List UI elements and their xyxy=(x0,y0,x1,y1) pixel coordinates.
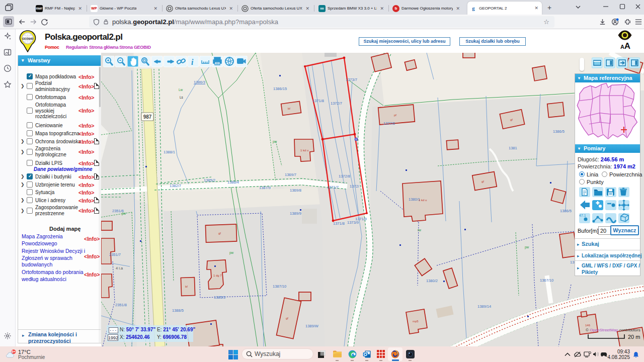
svg-text:47.1: 47.1 xyxy=(579,214,586,217)
svg-text:1389/14: 1389/14 xyxy=(477,304,491,309)
svg-text:gf: gf xyxy=(481,180,484,183)
svg-text:mp5: mp5 xyxy=(413,320,419,323)
svg-text:1380/2: 1380/2 xyxy=(426,279,438,283)
svg-text:bf: bf xyxy=(288,107,290,110)
svg-text:1 kd u: 1 kd u xyxy=(300,149,308,152)
svg-text:1386/5: 1386/5 xyxy=(560,209,572,213)
svg-text:gf: gf xyxy=(286,317,288,320)
svg-text:1382/7: 1382/7 xyxy=(170,184,181,188)
svg-text:1381: 1381 xyxy=(509,146,517,150)
svg-text:1389/9: 1389/9 xyxy=(290,211,301,216)
svg-text:1371/9: 1371/9 xyxy=(355,217,367,221)
svg-text:1371/8: 1371/8 xyxy=(312,99,324,103)
svg-text:gf: gf xyxy=(510,118,513,121)
svg-text:1388/1: 1388/1 xyxy=(164,150,175,154)
svg-text:1373/7: 1373/7 xyxy=(346,77,357,82)
svg-text:bf: bf xyxy=(185,285,188,288)
svg-text:Ls: Ls xyxy=(180,96,184,99)
svg-text:1387/9: 1387/9 xyxy=(259,186,271,190)
svg-text:1388/5: 1388/5 xyxy=(172,308,184,313)
svg-text:146: 146 xyxy=(585,324,591,327)
svg-text:1389/W: 1389/W xyxy=(305,324,319,328)
svg-text:1 kd u: 1 kd u xyxy=(419,199,427,202)
svg-text:1372/7: 1372/7 xyxy=(331,101,342,106)
svg-text:1 dg 7: 1 dg 7 xyxy=(213,274,222,277)
svg-text:1385/3: 1385/3 xyxy=(214,295,225,300)
svg-text:2351/7: 2351/7 xyxy=(109,252,121,257)
svg-text:Lw: Lw xyxy=(179,88,183,92)
svg-text:1386/15: 1386/15 xyxy=(273,86,287,91)
svg-text:1386/4: 1386/4 xyxy=(227,180,239,185)
svg-text:gf: gf xyxy=(218,232,221,235)
svg-text:2351/8: 2351/8 xyxy=(115,303,127,307)
svg-text:1386/3: 1386/3 xyxy=(194,80,205,84)
svg-text:1372/8: 1372/8 xyxy=(339,174,350,178)
svg-text:1369/8: 1369/8 xyxy=(290,188,301,193)
svg-text:1371/8: 1371/8 xyxy=(333,221,345,226)
svg-text:1387/10: 1387/10 xyxy=(273,284,286,289)
svg-text:1386/5: 1386/5 xyxy=(553,129,565,134)
svg-text:1369/7: 1369/7 xyxy=(285,172,296,177)
svg-text:pw: pw xyxy=(273,140,277,144)
svg-text:GEOBID: GEOBID xyxy=(22,37,33,40)
svg-text:1371/7: 1371/7 xyxy=(327,185,339,190)
svg-text:rw: rw xyxy=(418,228,421,232)
svg-text:4 i.a: 4 i.a xyxy=(116,266,123,270)
svg-text:i: i xyxy=(191,58,194,66)
svg-text:987: 987 xyxy=(143,114,152,120)
svg-text:pf: pf xyxy=(394,114,396,117)
svg-text:1367/10: 1367/10 xyxy=(540,278,553,283)
svg-text:1377/6: 1377/6 xyxy=(383,121,395,126)
svg-text:pw: pw xyxy=(122,212,126,216)
svg-text:1372/: 1372/ xyxy=(350,184,360,189)
svg-text:20 m: 20 m xyxy=(628,334,640,340)
svg-text:1385/2: 1385/2 xyxy=(204,178,215,183)
svg-text:pw: pw xyxy=(525,245,529,249)
svg-text:pw: pw xyxy=(229,251,234,255)
svg-text:9+: 9+ xyxy=(12,350,16,353)
